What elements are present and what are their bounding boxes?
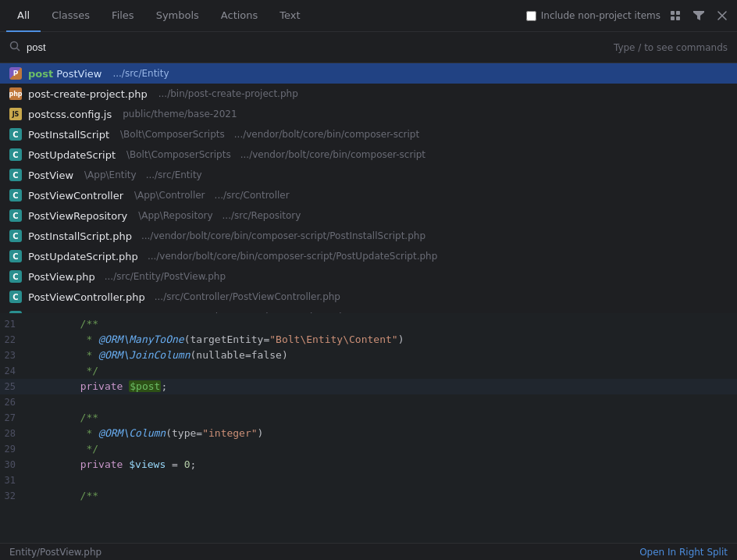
svg-line-5 [17, 48, 20, 52]
line-number: 30 [0, 457, 31, 473]
result-icon: C [9, 189, 22, 202]
line-content: * @ORM\JoinColumn(nullable=false) [31, 348, 728, 363]
tab-all[interactable]: All [6, 0, 41, 32]
filter-icon-btn[interactable] [690, 7, 707, 24]
line-number: 31 [0, 473, 31, 488]
include-non-project-label[interactable]: Include non-project items [526, 10, 660, 21]
line-content: /** [31, 488, 728, 504]
open-in-right-split-button[interactable]: Open In Right Split [639, 547, 728, 558]
code-line: 32 /** [0, 488, 737, 504]
line-number: 25 [0, 379, 31, 394]
line-content: /** [31, 316, 728, 332]
line-number: 22 [0, 332, 31, 348]
code-line: 27 /** [0, 410, 737, 426]
list-item[interactable]: CPostView.php.../src/Entity/PostView.php [0, 266, 737, 287]
list-item[interactable]: CPostInstallScript.php.../vendor/bolt/co… [0, 226, 737, 246]
svg-rect-1 [676, 11, 680, 15]
line-number: 24 [0, 363, 31, 379]
list-item[interactable]: CPostViewRepository.php.../src/Repositor… [0, 307, 737, 313]
post-highlight: $post [129, 380, 161, 392]
result-path: .../src/Entity/PostView.php [105, 271, 226, 282]
result-icon: C [9, 169, 22, 181]
search-icon [9, 41, 20, 54]
list-item[interactable]: Ppost PostView.../src/Entity [0, 63, 737, 84]
line-content: private $views = 0; [31, 457, 728, 473]
result-name: PostView [28, 169, 73, 181]
result-path: .../vendor/bolt/core/bin/composer-script [240, 149, 425, 160]
grid-icon-btn[interactable] [667, 7, 684, 24]
search-input[interactable] [27, 41, 607, 53]
code-line: 24 */ [0, 363, 737, 379]
line-content: * @ORM\ManyToOne(targetEntity="Bolt\Enti… [31, 332, 728, 348]
result-path: .../src/Repository [223, 210, 301, 221]
tab-symbols[interactable]: Symbols [145, 0, 210, 32]
tab-files[interactable]: Files [101, 0, 145, 32]
tab-actions[interactable]: Actions [210, 0, 269, 32]
result-name: PostViewRepository [28, 210, 127, 222]
result-icon: php [9, 87, 22, 100]
list-item[interactable]: CPostInstallScript\Bolt\ComposerScripts.… [0, 124, 737, 144]
nav-right: Include non-project items [526, 7, 731, 24]
line-number: 28 [0, 426, 31, 441]
result-context: \App\Repository [138, 210, 212, 221]
result-name: PostViewController [28, 190, 123, 202]
code-line: 29 */ [0, 441, 737, 457]
include-non-project-checkbox[interactable] [526, 11, 536, 21]
results-list: Ppost PostView.../src/Entityphppost-crea… [0, 63, 737, 313]
result-context: \App\Controller [134, 190, 205, 201]
result-path: .../vendor/bolt/core/bin/composer-script… [141, 230, 425, 241]
result-path: .../src/Entity [146, 169, 202, 180]
result-name: post-create-project.php [28, 88, 148, 100]
result-path: .../vendor/bolt/core/bin/composer-script [234, 129, 419, 140]
code-line: 22 * @ORM\ManyToOne(targetEntity="Bolt\E… [0, 332, 737, 348]
list-item[interactable]: phppost-create-project.php.../bin/post-c… [0, 84, 737, 104]
line-number: 26 [0, 394, 31, 410]
result-icon: JS [9, 108, 22, 120]
line-content: private $post; [31, 379, 728, 394]
status-bar: Entity/PostView.php Open In Right Split [0, 543, 737, 560]
result-name: PostView.php [28, 271, 95, 283]
status-file-path: Entity/PostView.php [9, 547, 101, 558]
code-area[interactable]: 21 /**22 * @ORM\ManyToOne(targetEntity="… [0, 313, 737, 543]
code-line: 30 private $views = 0; [0, 457, 737, 473]
list-item[interactable]: CPostUpdateScript\Bolt\ComposerScripts..… [0, 144, 737, 165]
result-icon: C [9, 209, 22, 222]
code-container: 21 /**22 * @ORM\ManyToOne(targetEntity="… [0, 313, 737, 543]
nav-tabs: All Classes Files Symbols Actions Text [6, 0, 312, 32]
result-icon: C [9, 291, 22, 303]
result-name: post PostView [28, 68, 101, 80]
result-path: .../src/Controller/PostViewController.ph… [155, 291, 340, 302]
result-name: PostInstallScript.php [28, 230, 132, 242]
top-nav: All Classes Files Symbols Actions Text I… [0, 0, 737, 32]
svg-rect-0 [671, 11, 675, 15]
tab-classes[interactable]: Classes [41, 0, 101, 32]
list-item[interactable]: CPostView\App\Entity.../src/Entity [0, 165, 737, 185]
main-container: All Classes Files Symbols Actions Text I… [0, 0, 737, 543]
result-path: .../src/Controller [215, 190, 290, 201]
result-name: PostInstallScript [28, 129, 109, 141]
list-item[interactable]: CPostViewController.php.../src/Controlle… [0, 287, 737, 307]
result-icon: C [9, 230, 22, 242]
result-context: \App\Entity [84, 169, 137, 180]
list-item[interactable]: CPostViewRepository\App\Repository.../sr… [0, 205, 737, 226]
code-line: 21 /** [0, 316, 737, 332]
svg-rect-3 [676, 16, 680, 20]
line-content: /** [31, 410, 728, 426]
close-icon-btn[interactable] [714, 7, 731, 24]
result-context: \Bolt\ComposerScripts [120, 129, 225, 140]
result-name: PostUpdateScript.php [28, 251, 138, 262]
result-context: .../src/Entity [112, 68, 169, 79]
line-number: 27 [0, 410, 31, 426]
result-context: \Bolt\ComposerScripts [126, 149, 231, 160]
list-item[interactable]: CPostViewController\App\Controller.../sr… [0, 185, 737, 205]
svg-point-4 [11, 42, 18, 49]
result-icon: C [9, 148, 22, 161]
search-hint: Type / to see commands [614, 42, 728, 53]
tab-text[interactable]: Text [269, 0, 311, 32]
code-lines: 21 /**22 * @ORM\ManyToOne(targetEntity="… [0, 313, 737, 507]
list-item[interactable]: JSpostcss.config.jspublic/theme/base-202… [0, 104, 737, 124]
line-number: 21 [0, 316, 31, 332]
list-item[interactable]: CPostUpdateScript.php.../vendor/bolt/cor… [0, 246, 737, 266]
result-icon: C [9, 128, 22, 141]
result-icon: C [9, 250, 22, 262]
